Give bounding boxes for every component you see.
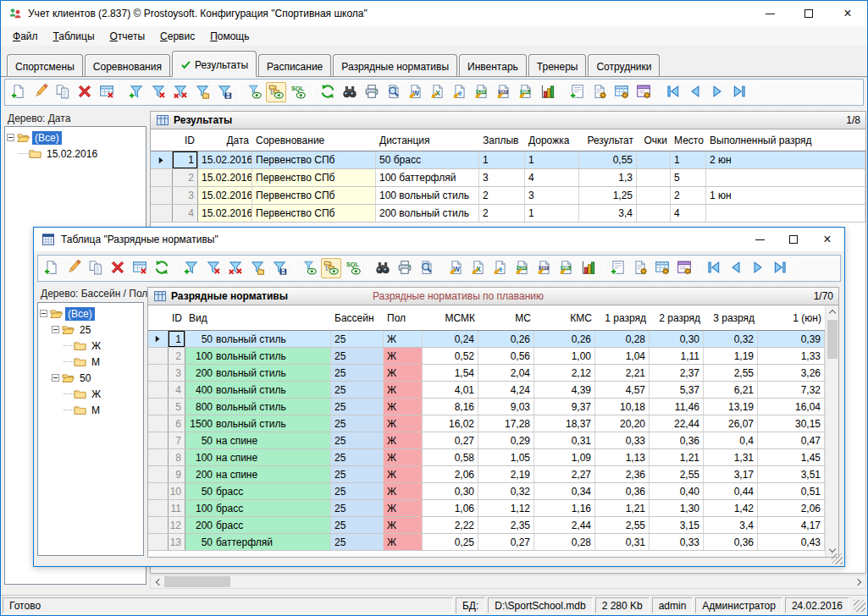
cell-msmk[interactable]: 0,52 xyxy=(423,348,478,364)
cell-rank1[interactable]: 2,21 xyxy=(595,365,650,381)
cell-kms[interactable]: 1,00 xyxy=(534,348,595,364)
preview-button[interactable] xyxy=(384,82,404,102)
cell-pool[interactable]: 25 xyxy=(331,500,384,516)
tree-node-label[interactable]: Ж xyxy=(89,339,103,353)
modal-minimize-button[interactable] xyxy=(743,228,777,251)
column-header[interactable]: КМС xyxy=(534,305,595,330)
tab-1[interactable]: Спортсмены xyxy=(7,54,83,76)
cell-kms[interactable]: 4,39 xyxy=(534,382,595,398)
cell-event[interactable]: 1500вольный стиль xyxy=(185,415,331,432)
cell-place[interactable]: 1 xyxy=(671,151,706,168)
cell-rank3[interactable]: 2,55 xyxy=(704,365,758,381)
cell-event[interactable]: 100брасс xyxy=(185,500,331,516)
cell-rank1jun[interactable]: 4,17 xyxy=(758,517,825,533)
chart-button[interactable] xyxy=(538,82,558,102)
cell-event[interactable]: 50баттерфляй xyxy=(185,534,331,550)
filter-remove-button[interactable] xyxy=(203,258,224,278)
table-row[interactable]: 9200на спине25Ж2,062,192,272,362,553,173… xyxy=(148,466,838,483)
cell-distance[interactable]: 100 вольный стиль xyxy=(376,187,479,204)
cell-sex[interactable]: Ж xyxy=(384,382,423,398)
column-header[interactable]: Дата xyxy=(198,129,252,151)
cell-rank1jun[interactable]: 7,32 xyxy=(758,382,825,398)
export-xml-button[interactable]: XML xyxy=(556,258,577,278)
cell-distance[interactable]: 200 вольный стиль xyxy=(376,205,479,222)
cell-rank2[interactable]: 0,30 xyxy=(650,331,704,347)
table-row[interactable]: 415.02.2016Первенство СПб200 вольный сти… xyxy=(151,205,865,223)
table-row[interactable]: 150вольный стиль25Ж0,240,260,260,280,300… xyxy=(148,331,838,348)
cell-rank1[interactable]: 2,36 xyxy=(595,466,650,482)
cell-rank2[interactable]: 1,30 xyxy=(650,500,704,516)
column-header[interactable]: Выполненный разряд xyxy=(706,129,865,151)
cell-event[interactable]: 400вольный стиль xyxy=(185,382,331,398)
cell-rank2[interactable]: 5,37 xyxy=(650,382,704,398)
table-row[interactable]: 2100вольный стиль25Ж0,520,561,001,041,11… xyxy=(148,348,838,365)
cell-id[interactable]: 8 xyxy=(169,449,185,465)
tree-node-label[interactable]: 50 xyxy=(77,371,93,385)
table-row[interactable]: 115.02.2016Первенство СПб50 брасс110,551… xyxy=(151,151,865,169)
cell-kms[interactable]: 2,12 xyxy=(534,365,595,381)
table-row[interactable]: 8100на спине25Ж0,581,051,091,131,211,311… xyxy=(148,449,838,466)
cell-lane[interactable]: 1 xyxy=(525,205,579,222)
cell-points[interactable] xyxy=(637,151,671,168)
cell-msmk[interactable]: 0,25 xyxy=(423,534,478,550)
cell-id[interactable]: 10 xyxy=(169,483,185,499)
cell-pool[interactable]: 25 xyxy=(331,432,384,448)
cell-rank1[interactable]: 0,33 xyxy=(595,432,650,448)
cell-points[interactable] xyxy=(637,187,671,204)
cell-sex[interactable]: Ж xyxy=(384,500,423,516)
table-row[interactable]: 1050брасс25Ж0,300,320,340,360,400,440,51 xyxy=(148,483,838,500)
cell-date[interactable]: 15.02.2016 xyxy=(198,187,252,204)
cell-ms[interactable]: 0,32 xyxy=(478,483,534,499)
cell-rank3[interactable]: 1,19 xyxy=(704,348,758,364)
export-xml-button[interactable]: XML xyxy=(516,82,536,102)
menu-item-2[interactable]: Таблицы xyxy=(46,28,102,45)
column-header[interactable]: Место xyxy=(671,129,706,151)
table-row[interactable]: 215.02.2016Первенство СПб100 баттерфляй3… xyxy=(151,169,865,187)
cell-rank2[interactable]: 0,40 xyxy=(650,483,704,499)
cell-rank3[interactable]: 0,44 xyxy=(704,483,758,499)
delete-record-button[interactable] xyxy=(75,82,95,102)
export-word-button[interactable]: W xyxy=(446,258,467,278)
menu-item-3[interactable]: Отчеты xyxy=(102,28,153,45)
cell-msmk[interactable]: 16,02 xyxy=(423,415,478,432)
cell-rank1jun[interactable]: 0,51 xyxy=(758,483,825,499)
nav-first-button[interactable] xyxy=(663,82,683,102)
cell-rank1jun[interactable]: 0,47 xyxy=(758,432,825,448)
cell-rank1[interactable]: 10,18 xyxy=(595,399,650,415)
form-properties-button[interactable] xyxy=(633,82,654,102)
cell-rank2[interactable]: 22,44 xyxy=(650,415,704,432)
cell-rank1jun[interactable]: 0,43 xyxy=(758,534,825,550)
column-header[interactable]: ID xyxy=(173,129,198,151)
cell-msmk[interactable]: 1,54 xyxy=(423,365,478,381)
filter-open-button[interactable] xyxy=(247,258,268,278)
cell-event[interactable]: 50на спине xyxy=(185,432,331,448)
cell-msmk[interactable]: 1,06 xyxy=(423,500,478,516)
tab-5[interactable]: Разрядные нормативы xyxy=(333,54,457,76)
cell-kms[interactable]: 2,44 xyxy=(534,517,595,533)
cell-date[interactable]: 15.02.2016 xyxy=(198,151,252,168)
filter-save-button[interactable] xyxy=(214,82,235,102)
cell-rank1[interactable]: 0,31 xyxy=(595,534,650,550)
tree-node-label[interactable]: 25 xyxy=(77,323,93,337)
cell-rank1jun[interactable]: 3,26 xyxy=(758,365,825,381)
cell-pool[interactable]: 25 xyxy=(331,517,384,533)
filter-remove-all-button[interactable] xyxy=(225,258,246,278)
cell-rank1[interactable]: 0,36 xyxy=(595,483,650,499)
cell-pool[interactable]: 25 xyxy=(331,365,384,381)
cell-pool[interactable]: 25 xyxy=(331,534,384,550)
add-form-button[interactable] xyxy=(567,82,588,102)
cell-grade[interactable] xyxy=(706,169,865,186)
cell-rank1[interactable]: 20,20 xyxy=(595,415,650,432)
cell-rank1[interactable]: 1,21 xyxy=(595,500,650,516)
cell-rank3[interactable]: 26,07 xyxy=(704,415,758,432)
cell-competition[interactable]: Первенство СПб xyxy=(252,187,376,204)
cell-ms[interactable]: 17,28 xyxy=(478,415,534,432)
cell-points[interactable] xyxy=(637,169,671,186)
cell-msmk[interactable]: 0,30 xyxy=(423,483,478,499)
tree-show-button[interactable] xyxy=(321,258,341,278)
minimize-button[interactable] xyxy=(750,2,789,26)
cell-result[interactable]: 0,55 xyxy=(579,151,637,168)
cell-rank3[interactable]: 3,17 xyxy=(704,466,758,482)
tree-node[interactable]: 15.02.2016 xyxy=(7,146,144,162)
tree-node[interactable]: М xyxy=(40,354,141,370)
